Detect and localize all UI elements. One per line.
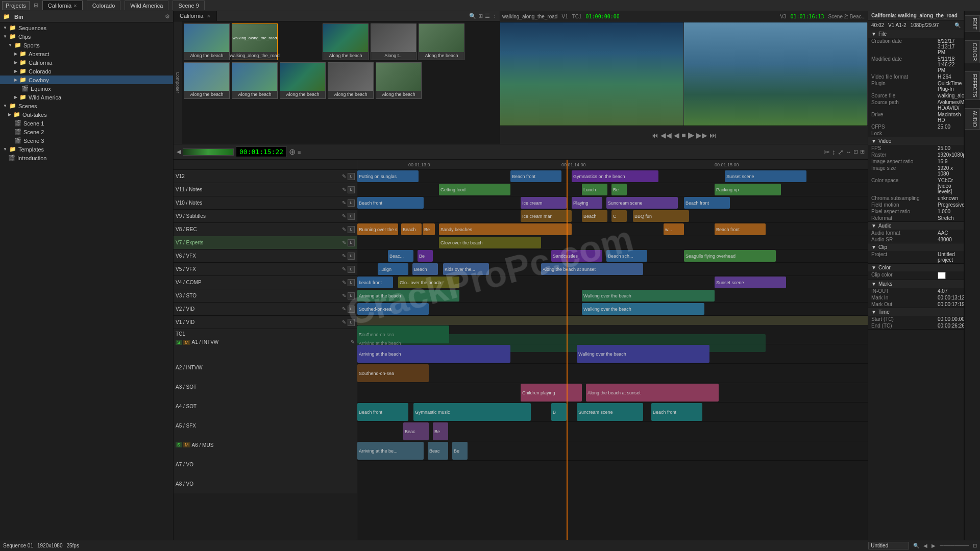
clip-thumb-7[interactable]: Along the beach <box>232 62 278 99</box>
clip-be-v8[interactable]: Be <box>423 223 435 235</box>
clip-arriving-vo[interactable]: Arriving at the be... <box>357 442 424 460</box>
clip-putting-sunglass[interactable]: Putting on sunglas <box>357 170 419 182</box>
clip-thumb-5[interactable]: Along the beach <box>419 23 464 60</box>
bin-tab-california[interactable]: California × <box>174 11 217 21</box>
clip-thumb-1[interactable]: Along the beach <box>184 23 230 60</box>
list-view-icon[interactable]: ☰ <box>485 13 490 19</box>
project-dropdown[interactable]: Projects <box>2 1 30 10</box>
clip-beach-v8[interactable]: Beach <box>401 223 422 235</box>
clip-thumb-10[interactable]: Along the beach <box>376 62 422 99</box>
a6-s-btn[interactable]: S <box>176 442 182 447</box>
track-v1-lock-btn[interactable]: L <box>348 319 355 326</box>
tree-california-bin[interactable]: ▶ 📁 California <box>0 58 173 67</box>
track-v12-lock-btn[interactable]: L <box>348 173 355 180</box>
clip-playing[interactable]: Playing <box>572 197 602 209</box>
tree-sports[interactable]: ▼ 📁 Sports <box>0 41 173 49</box>
track-v8-lock-btn[interactable]: L <box>348 226 355 233</box>
tl-btn2[interactable]: ≡ <box>298 149 301 155</box>
clip-packing-up[interactable]: Packing up <box>715 184 781 195</box>
track-v5-lock-btn[interactable]: L <box>348 266 355 273</box>
monitor-ctrl-ff[interactable]: ▶▶ <box>696 131 707 139</box>
clip-beach-front-v12[interactable]: Beach front <box>510 170 561 182</box>
clip-beach-v9[interactable]: Beach <box>582 210 607 222</box>
tree-scene3[interactable]: 🎬 Scene 3 <box>0 136 173 145</box>
tl-tool2[interactable]: ↕ <box>832 148 836 156</box>
tree-scenes[interactable]: ▼ 📁 Scenes <box>0 102 173 110</box>
clip-thumb-9[interactable]: Along the beach <box>328 62 374 99</box>
tl-tool4[interactable]: ↔ <box>846 149 851 155</box>
clip-beach-front-mus[interactable]: Beach front <box>357 403 408 421</box>
track-v11-lock-btn[interactable]: L <box>348 186 355 193</box>
clip-ice-cream[interactable]: Ice cream <box>521 197 567 209</box>
tree-clips[interactable]: ▼ 📁 Clips <box>0 32 173 41</box>
clip-be-vo[interactable]: Be <box>433 422 448 440</box>
insp-search-icon[interactable]: 🔍 <box>954 22 961 28</box>
track-v11-edit-icon[interactable]: ✎ <box>342 187 346 192</box>
track-v2-lock-btn[interactable]: L <box>348 306 355 313</box>
clip-getting-food[interactable]: Getting food <box>439 184 510 195</box>
clip-beach-sunset-a4[interactable]: Along the beach at sunset <box>586 384 719 402</box>
clip-be-v11[interactable]: Be <box>611 184 627 195</box>
close-california[interactable]: × <box>74 3 77 9</box>
clip-be-v6[interactable]: Be <box>418 250 433 262</box>
insp-audio-header[interactable]: ▼ Audio <box>868 222 964 230</box>
clip-gymnastic-music[interactable]: Gymnastic music <box>413 403 531 421</box>
bottom-fit-btn[interactable]: ⊡ <box>973 543 977 548</box>
sidebar-audio-btn[interactable]: AUDIO <box>965 108 980 130</box>
track-v3-lock-btn[interactable]: L <box>348 292 355 299</box>
insp-time-header[interactable]: ▼ Time <box>868 308 964 316</box>
tl-tool3[interactable]: ⤢ <box>838 148 844 156</box>
tl-tool1[interactable]: ✂ <box>824 148 830 156</box>
clip-southend-a3[interactable]: Southend-on-sea <box>357 364 429 382</box>
grid-view-icon[interactable]: ⊞ <box>478 13 483 19</box>
clip-beach-v5[interactable]: Beach <box>412 263 438 275</box>
clip-sunset-v4[interactable]: Sunset scene <box>715 277 786 288</box>
clip-b-mus[interactable]: B <box>551 403 567 421</box>
tab-wild-america[interactable]: Wild America <box>125 1 168 10</box>
clip-thumb-4[interactable]: Along t... <box>371 23 416 60</box>
monitor-ctrl-btn2[interactable]: ◀◀ <box>660 131 672 139</box>
clip-beach-front-v4[interactable]: beach front <box>357 277 393 288</box>
track-v6-lock-btn[interactable]: L <box>348 253 355 260</box>
clip-arriving-a2[interactable]: Arriving at the beach <box>357 345 510 363</box>
clip-sunset-scene-v12[interactable]: Sunset scene <box>725 170 806 182</box>
tree-scene1[interactable]: 🎬 Scene 1 <box>0 119 173 128</box>
close-bin-california[interactable]: × <box>207 13 210 19</box>
clip-thumb-3[interactable]: Along the beach <box>323 23 369 60</box>
track-v10-lock-btn[interactable]: L <box>348 199 355 207</box>
bottom-nav-next[interactable]: ▶ <box>932 543 936 548</box>
tree-abstract[interactable]: ▶ 📁 Abstract <box>0 49 173 58</box>
clip-beach-v6b[interactable]: Beach sch... <box>606 250 647 262</box>
clip-beac-vo2[interactable]: Beac <box>428 442 448 460</box>
tree-scene2[interactable]: 🎬 Scene 2 <box>0 128 173 136</box>
clip-southend-sea-v2[interactable]: Southed-on-sea <box>357 303 429 315</box>
clip-children-a4[interactable]: Children playing <box>521 384 582 402</box>
track-v3-edit-icon[interactable]: ✎ <box>342 293 346 298</box>
bottom-zoom-slider[interactable]: ──────── <box>940 543 969 548</box>
tree-colorado-bin[interactable]: ▶ 📁 Colorado <box>0 67 173 76</box>
track-v1-edit-icon[interactable]: ✎ <box>342 319 346 325</box>
tl-tool5[interactable]: ⊡ <box>853 148 858 155</box>
bottom-project-input[interactable] <box>868 542 909 549</box>
monitor-ctrl-stop[interactable]: ■ <box>681 131 685 139</box>
clip-beach-front-v8[interactable]: Beach front <box>715 223 766 235</box>
clip-kids-over[interactable]: Kids over the... <box>443 263 489 275</box>
monitor-ctrl-btn1[interactable]: ⏮ <box>651 131 658 139</box>
clip-suncream-v10[interactable]: Suncream scene <box>606 197 678 209</box>
tree-out-takes[interactable]: ▶ 📁 Out-takes <box>0 110 173 119</box>
clip-beach-front-v10b[interactable]: Beach front <box>684 197 730 209</box>
clip-sandcastles[interactable]: Sandcastles <box>551 250 602 262</box>
options-icon[interactable]: ⋮ <box>492 13 498 19</box>
bottom-search-icon[interactable]: 🔍 <box>913 543 919 548</box>
clip-walking-a2[interactable]: Walking over the beach <box>577 345 709 363</box>
track-v5-edit-icon[interactable]: ✎ <box>342 266 346 272</box>
clip-glow-over[interactable]: Glow over the beach <box>439 237 541 248</box>
a1-edit[interactable]: ✎ <box>351 339 355 345</box>
a1-m-btn[interactable]: M <box>183 340 190 345</box>
clip-beach-v8b[interactable]: w... <box>664 223 684 235</box>
a6-m-btn[interactable]: M <box>183 442 190 447</box>
clip-beach-v6[interactable]: Beac... <box>388 250 413 262</box>
clip-thumb-6[interactable]: Along the beach <box>184 62 230 99</box>
track-v9-lock-btn[interactable]: L <box>348 213 355 220</box>
insp-video-header[interactable]: ▼ Video <box>868 137 964 145</box>
